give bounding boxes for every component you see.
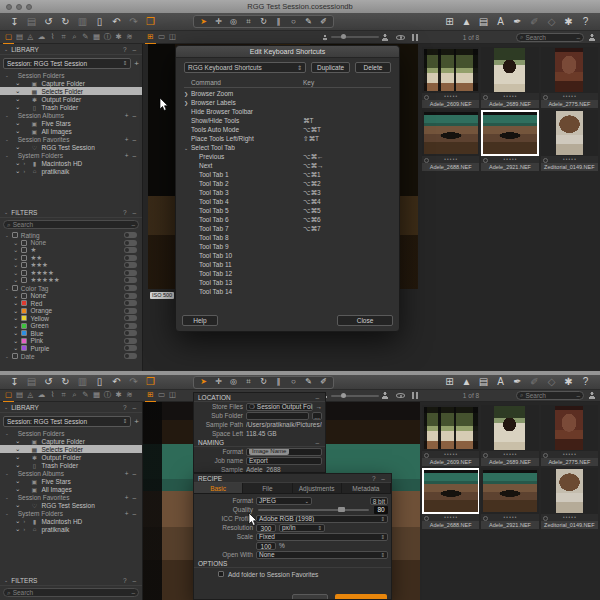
toolbar-icon[interactable]: ⊞ [441,14,458,30]
library-panel-header[interactable]: ⌄LIBRARY? – [0,402,142,413]
format-select[interactable]: JPEG⌄ [256,497,312,505]
toolbar-icon[interactable]: ? [577,14,594,30]
shortcut-row[interactable]: Next ⌥⌘→ [184,161,391,170]
shortcut-row[interactable]: Tool Tab 14 [184,287,391,296]
scale-percent-input[interactable]: 100 [256,542,276,550]
filter-row[interactable]: ⌄ Orange [0,307,142,315]
toolbar-icon[interactable]: ⊞ [441,374,458,390]
filter-toggle[interactable] [124,338,137,344]
name-format-field[interactable]: Image Name [246,448,322,456]
filter-row[interactable]: ⌄ Green [0,322,142,330]
rating-dots[interactable]: • • • • • [541,93,598,100]
cursor-tool-icon[interactable]: ◎ [226,376,241,388]
shortcut-row[interactable]: Tool Tab 10 [184,251,391,260]
rating-dots[interactable]: • • • • • [481,514,538,521]
clear-search-icon[interactable]: – [131,589,135,596]
cursor-tool-icon[interactable]: ✎ [301,16,316,28]
shortcut-row[interactable]: Tool Tab 3 ⌥⌘3 [184,188,391,197]
tool-tab-icon[interactable]: ▦ [91,31,102,44]
library-row[interactable]: ⌄ ♡ RGG Test Session [0,501,142,509]
shortcut-row[interactable]: Hide Browser Toolbar [184,107,391,116]
icc-profile-select[interactable]: Adobe RGB (1998)⇕ [256,515,388,523]
library-row[interactable]: ⌄ ✱ Output Folder [0,95,142,103]
filter-row[interactable]: ⌄ Blue [0,330,142,338]
clear-search-icon[interactable]: – [131,221,135,228]
options-header[interactable]: OPTIONS [194,559,391,568]
rating-dots[interactable]: • • • • • [422,514,479,521]
filter-row[interactable]: ⌄ ★ [0,247,142,255]
thumbnail-image[interactable] [494,48,525,92]
toolbar-icon[interactable]: ✐ [526,374,543,390]
cancel-button[interactable] [292,594,328,599]
library-row[interactable]: ⌄ › ▮ Macintosh HD [0,159,142,167]
thumbnail-image[interactable] [483,112,537,154]
add-remove-buttons[interactable]: + – [125,510,142,517]
library-row[interactable]: ⌄ › ▮ Macintosh HD [0,517,142,525]
thumbnail[interactable]: • • • • • Adele_2688.NEF [422,468,479,529]
rating-dots[interactable]: • • • • • [481,93,538,100]
library-row[interactable]: ⌄ Session Folders [0,71,142,79]
sub-folder-input[interactable] [246,412,309,420]
tool-tab-icon[interactable]: ⌕ [69,389,80,402]
shortcut-row[interactable]: Place Tools Left/Right ⇧⌘T [184,134,391,143]
export-button[interactable] [335,594,387,599]
library-row[interactable]: ⌄ ✱ Output Folder [0,453,142,461]
shortcut-preset-select[interactable]: RGG Keyboard Shortcuts⇕ [184,62,306,73]
shortcut-row[interactable]: Tool Tab 11 [184,260,391,269]
cursor-tool-icon[interactable]: ∥ [271,16,286,28]
cursor-tool-icon[interactable]: ↻ [256,16,271,28]
thumbnail[interactable]: • • • • • Adele_2921.NEF [481,110,538,171]
filter-toggle[interactable] [124,330,137,336]
compare-icon[interactable] [412,34,418,41]
filter-row[interactable]: ⌄ Purple [0,345,142,353]
add-to-favorites-checkbox[interactable] [218,571,224,577]
toolbar-icon[interactable]: ▤ [475,374,492,390]
filters-search[interactable]: ⌕Search– [3,220,139,229]
library-panel-header[interactable]: ⌄LIBRARY? – [0,44,142,55]
toolbar-icon[interactable]: ▯ [91,14,108,30]
toolbar-icon[interactable]: ↻ [57,374,74,390]
filter-toggle[interactable] [124,345,137,351]
thumbnail-image[interactable] [424,112,478,154]
toolbar-icon[interactable]: ↧ [6,374,23,390]
thumbnail[interactable]: • • • • • Adele_2775.NEF [541,405,598,466]
filters-search[interactable]: ⌕Search– [3,588,139,597]
recipe-tab[interactable]: Adjustments [293,483,342,493]
library-row[interactable]: ⌄ ▯ Trash Folder [0,103,142,111]
toolbar-icon[interactable]: ↧ [6,14,23,30]
disclosure-icon[interactable]: ⌄ [184,145,191,151]
cursor-tool-icon[interactable]: ➤ [196,16,211,28]
toolbar-icon[interactable]: ❐ [142,374,159,390]
cursor-tool-icon[interactable]: ✛ [211,376,226,388]
tool-tab-icon[interactable]: ⓘ [102,31,113,44]
tool-tab-icon[interactable]: ✎ [80,31,91,44]
people-filter-icon[interactable] [589,392,595,399]
filter-toggle[interactable] [124,255,137,261]
filter-row[interactable]: ⌄ Rating [0,231,142,239]
cursor-tool-icon[interactable]: ➤ [196,376,211,388]
cursor-tool-icon[interactable]: ✐ [316,376,331,388]
shortcut-row[interactable]: ❯ Browser Labels [184,98,391,107]
tool-tab-icon[interactable]: ✱ [113,31,124,44]
toolbar-icon[interactable]: ✱ [560,14,577,30]
viewer-mode-icon[interactable]: ⊞ [145,389,156,402]
viewer-mode-icon[interactable]: ◫ [167,31,178,44]
thumbnail[interactable]: • • • • • Zeditorial_0149.NEF [541,110,598,171]
shortcut-row[interactable]: Tool Tab 9 [184,242,391,251]
thumbnail-image[interactable] [555,48,583,92]
shortcut-row[interactable]: ❯ Browser Zoom [184,89,391,98]
thumbnail[interactable]: • • • • • Adele_2689.NEF [481,47,538,108]
recipe-tab[interactable]: Basic [194,483,243,493]
filter-toggle[interactable] [124,353,137,359]
thumbnail-image[interactable] [555,406,583,450]
resolution-unit-select[interactable]: px/in⇕ [279,524,325,532]
toolbar-icon[interactable]: ✒ [509,14,526,30]
library-row[interactable]: ⌄ ▦ Selects Folder [0,87,142,95]
eye-icon[interactable] [396,35,405,40]
cursor-tool-icon[interactable]: ⌗ [241,376,256,388]
filter-toggle[interactable] [124,293,137,299]
toolbar-icon[interactable]: ◇ [543,374,560,390]
shortcut-row[interactable]: Tool Tab 12 [184,269,391,278]
cursor-tool-icon[interactable]: ↻ [256,376,271,388]
thumbnail-image[interactable] [483,470,537,512]
